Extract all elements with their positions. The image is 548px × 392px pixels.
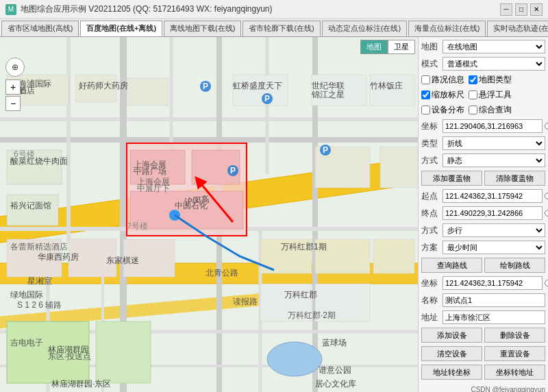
tab-dynamic-marker[interactable]: 动态定点位标注(在线) — [322, 21, 407, 36]
tab-offline-download[interactable]: 离线地图下载(在线) — [164, 21, 241, 36]
close-button[interactable]: ✕ — [530, 3, 543, 16]
addr-to-coord-button[interactable]: 坐标转地址 — [484, 365, 545, 380]
svg-text:华康西药房: 华康西药房 — [38, 252, 79, 262]
svg-text:星湘室: 星湘室 — [27, 276, 52, 286]
device-dist-label: 设备分布 — [432, 104, 464, 116]
method-select[interactable]: 静态 — [443, 154, 545, 167]
zoom-out-button[interactable]: − — [5, 96, 21, 111]
end-input[interactable] — [443, 206, 543, 220]
svg-text:好药师大药房: 好药师大药房 — [79, 81, 128, 90]
tab-province-outline[interactable]: 省市轮廓下载(在线) — [242, 21, 320, 36]
checkbox-row-1: 路况信息 地图类型 — [421, 74, 545, 86]
comprehensive-checkbox[interactable] — [469, 106, 477, 114]
traffic-label: 路况信息 — [432, 74, 464, 86]
map-satellite-toggle: 地图 卫星 — [360, 40, 415, 54]
address-row: 地址 — [421, 310, 545, 324]
name-row: 名称 — [421, 293, 545, 307]
svg-text:世纪华联: 世纪华联 — [312, 81, 345, 90]
window-controls: ─ □ ✕ — [500, 3, 543, 16]
minimize-button[interactable]: ─ — [500, 3, 512, 16]
clear-cover-button[interactable]: 清除覆盖物 — [484, 171, 545, 186]
map-type-select[interactable]: 在线地图 — [443, 40, 545, 53]
map-button[interactable]: 地图 — [360, 40, 388, 54]
svg-text:竹林饭庄: 竹林饭庄 — [370, 81, 403, 90]
start-row: 起点 — [421, 189, 545, 203]
map-area[interactable]: 沪闵高 北青公路 P P P P — [0, 37, 418, 392]
coord-to-addr-button[interactable]: 地址转坐标 — [421, 365, 482, 380]
coord2-row: 坐标 — [421, 276, 545, 290]
svg-text:6号楼: 6号楼 — [14, 149, 35, 159]
tab-province-map[interactable]: 省市区域地图(高线) — [1, 21, 79, 36]
svg-text:居心文化库: 居心文化库 — [315, 379, 356, 389]
reset-device-button[interactable]: 重置设备 — [484, 346, 545, 361]
svg-text:蓝球场: 蓝球场 — [322, 338, 347, 347]
map-type-checkbox[interactable] — [469, 75, 477, 84]
zoom-scale-checkbox[interactable] — [421, 90, 430, 99]
svg-rect-33 — [380, 147, 418, 188]
svg-text:谱意公园: 谱意公园 — [319, 365, 351, 375]
coord2-input[interactable] — [443, 276, 543, 290]
map-type-row: 地图 在线地图 — [421, 40, 545, 53]
svg-text:P: P — [264, 94, 270, 103]
svg-text:中路广场: 中路广场 — [134, 167, 166, 176]
checkbox-row-2: 缩放标尺 悬浮工具 — [421, 89, 545, 101]
compass-button[interactable]: ⊕ — [5, 58, 25, 77]
coord-radio[interactable] — [545, 123, 548, 130]
start-input[interactable] — [443, 189, 543, 203]
svg-text:S 1 2 6 辅路: S 1 2 6 辅路 — [17, 300, 62, 310]
svg-text:东家棋迷: 东家棋迷 — [106, 256, 139, 265]
satellite-button[interactable]: 卫星 — [388, 40, 415, 54]
draw-route-button[interactable]: 绘制路线 — [484, 258, 545, 273]
checkbox-row-3: 设备分布 综合查询 — [421, 104, 545, 116]
end-label: 终点 — [421, 208, 440, 219]
hover-tool-checkbox[interactable] — [469, 90, 477, 99]
svg-text:P: P — [230, 166, 236, 175]
route-method-select[interactable]: 最少时间 — [443, 241, 545, 254]
svg-text:读报路: 读报路 — [233, 297, 258, 306]
svg-text:P: P — [203, 82, 208, 91]
add-cover-button[interactable]: 添加覆盖物 — [421, 171, 482, 186]
type-select[interactable]: 折线 — [443, 136, 545, 150]
device-btn-row-1: 添加设备 删除设备 — [421, 328, 545, 343]
tab-realtime-track[interactable]: 实时动态轨迹(在线) — [487, 21, 548, 36]
add-device-button[interactable]: 添加设备 — [421, 328, 482, 343]
method-row: 方式 静态 — [421, 154, 545, 167]
checkbox-hover-tool: 悬浮工具 — [469, 89, 512, 101]
mode-select[interactable]: 普通模式 — [443, 57, 545, 71]
start-radio[interactable] — [545, 193, 548, 199]
address-input[interactable] — [443, 310, 545, 324]
checkbox-zoom-scale: 缩放标尺 — [421, 89, 464, 101]
end-radio[interactable] — [545, 210, 548, 217]
svg-text:吉电电子: 吉电电子 — [10, 338, 43, 347]
tab-baidu-map[interactable]: 百度地图(在线+离线) — [80, 21, 162, 36]
device-dist-checkbox[interactable] — [421, 106, 430, 114]
coord-label: 坐标 — [421, 121, 440, 132]
method-label: 方式 — [421, 155, 440, 167]
del-device-button[interactable]: 删除设备 — [484, 328, 545, 343]
tab-mass-marker[interactable]: 海量点位标注(在线) — [408, 21, 486, 36]
query-route-button[interactable]: 查询路线 — [421, 258, 482, 273]
clear-device-button[interactable]: 清空设备 — [421, 346, 482, 361]
walk-select[interactable]: 步行 — [443, 223, 545, 237]
name-label: 名称 — [421, 295, 440, 306]
svg-rect-26 — [127, 78, 168, 106]
coord-row: 坐标 — [421, 119, 545, 133]
route-btn-row: 查询路线 绘制路线 — [421, 258, 545, 273]
checkbox-map-type: 地图类型 — [469, 74, 512, 86]
traffic-checkbox[interactable] — [421, 75, 430, 84]
maximize-button[interactable]: □ — [515, 3, 527, 16]
start-label: 起点 — [421, 191, 440, 202]
coord-input[interactable] — [443, 119, 543, 133]
device-btn-row-2: 清空设备 重置设备 — [421, 346, 545, 361]
svg-text:锦江之星: 锦江之星 — [311, 90, 345, 99]
zoom-in-button[interactable]: + — [5, 79, 21, 95]
svg-point-36 — [267, 342, 322, 376]
name-input[interactable] — [443, 293, 545, 307]
svg-text:P: P — [323, 145, 328, 155]
hover-tool-label: 悬浮工具 — [479, 89, 512, 101]
svg-text:万科红郡·2期: 万科红郡·2期 — [288, 310, 336, 320]
coord2-radio[interactable] — [545, 280, 548, 286]
app-title: 地图综合应用示例 V20211205 (QQ: 517216493 WX: fe… — [21, 3, 273, 15]
coord2-label: 坐标 — [421, 278, 440, 289]
svg-text:7号楼: 7号楼 — [127, 221, 148, 231]
